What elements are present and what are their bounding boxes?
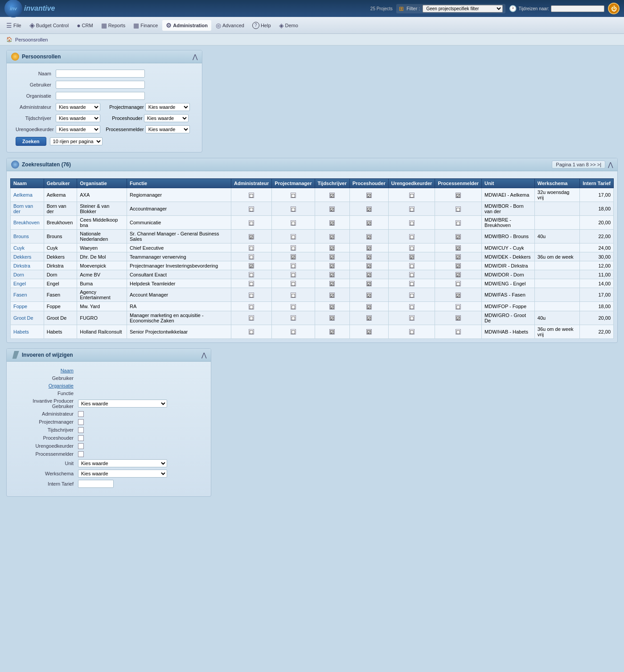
edit-pm-checkbox[interactable] xyxy=(78,419,84,425)
checkbox-cell[interactable]: ☐ xyxy=(409,220,415,226)
checkbox-cell[interactable]: ☐ xyxy=(409,263,415,268)
checkbox-cell[interactable]: ☐ xyxy=(409,315,415,321)
per-page-select[interactable]: 10 rijen per pagina 25 rijen per pagina … xyxy=(50,137,103,145)
checkbox-cell[interactable]: ☑ xyxy=(329,254,335,260)
edit-proc-checkbox[interactable] xyxy=(78,435,84,441)
power-button[interactable]: ⏻ xyxy=(608,3,620,14)
procm-select[interactable]: Kies waarde xyxy=(145,125,190,133)
edit-admin-checkbox[interactable] xyxy=(78,411,84,417)
checkbox-cell[interactable]: ☐ xyxy=(249,272,254,277)
checkbox-cell[interactable]: ☐ xyxy=(291,293,296,298)
checkbox-cell[interactable]: ☑ xyxy=(249,263,254,268)
tijd-select[interactable]: Kies waarde xyxy=(56,114,100,122)
naam-link[interactable]: Fasen xyxy=(13,292,27,297)
checkbox-cell[interactable]: ☐ xyxy=(291,193,296,198)
checkbox-cell[interactable]: ☐ xyxy=(249,245,254,251)
checkbox-cell[interactable]: ☑ xyxy=(366,234,372,239)
naam-link[interactable]: Foppe xyxy=(13,304,27,309)
checkbox-cell[interactable]: ☐ xyxy=(249,220,254,226)
checkbox-cell[interactable]: ☐ xyxy=(409,245,415,251)
nav-item-help[interactable]: ? Help xyxy=(249,20,275,31)
nav-item-reports[interactable]: ▦ Reports xyxy=(98,20,129,31)
checkbox-cell[interactable]: ☐ xyxy=(291,263,296,268)
edit-schema-select[interactable]: Kies waarde xyxy=(78,470,167,478)
checkbox-cell[interactable]: ☐ xyxy=(291,281,296,286)
checkbox-cell[interactable]: ☐ xyxy=(249,304,254,309)
naam-link[interactable]: Aelkema xyxy=(13,192,33,198)
checkbox-cell[interactable]: ☐ xyxy=(291,245,296,251)
nav-item-advanced[interactable]: ◎ Advanced xyxy=(212,20,248,31)
checkbox-cell[interactable]: ☐ xyxy=(409,193,415,198)
tijdreizen-input[interactable] xyxy=(551,5,604,12)
checkbox-cell[interactable]: ☐ xyxy=(249,254,254,260)
checkbox-cell[interactable]: ☐ xyxy=(249,293,254,298)
naam-link[interactable]: Groot De xyxy=(13,315,33,321)
checkbox-cell[interactable]: ☐ xyxy=(291,220,296,226)
checkbox-cell[interactable]: ☐ xyxy=(249,315,254,321)
checkbox-cell[interactable]: ☐ xyxy=(291,315,296,321)
checkbox-cell[interactable]: ☑ xyxy=(456,245,461,251)
checkbox-cell[interactable]: ☐ xyxy=(409,293,415,298)
naam-link[interactable]: Dorn xyxy=(13,272,24,277)
checkbox-cell[interactable]: ☑ xyxy=(329,220,335,226)
nav-item-budget-control[interactable]: ◈ Budget Control xyxy=(26,19,72,31)
checkbox-cell[interactable]: ☑ xyxy=(456,293,461,298)
checkbox-cell[interactable]: ☑ xyxy=(366,304,372,309)
checkbox-cell[interactable]: ☑ xyxy=(456,272,461,277)
checkbox-cell[interactable]: ☐ xyxy=(291,329,296,334)
nav-item-administration[interactable]: ⚙ Administration xyxy=(162,20,211,31)
edit-procm-checkbox[interactable] xyxy=(78,451,84,457)
naam-link[interactable]: Cuyk xyxy=(13,245,25,251)
nav-item-file[interactable]: ☰ File xyxy=(3,20,25,31)
checkbox-cell[interactable]: ☐ xyxy=(249,193,254,198)
nav-item-demo[interactable]: ◈ Demo xyxy=(275,20,302,31)
edit-tijd-checkbox[interactable] xyxy=(78,427,84,433)
checkbox-cell[interactable]: ☑ xyxy=(329,193,335,198)
checkbox-cell[interactable]: ☑ xyxy=(329,272,335,277)
checkbox-cell[interactable]: ☑ xyxy=(329,245,335,251)
checkbox-cell[interactable]: ☐ xyxy=(249,329,254,334)
checkbox-cell[interactable]: ☑ xyxy=(456,254,461,260)
checkbox-cell[interactable]: ☑ xyxy=(249,234,254,239)
uren-select[interactable]: Kies waarde xyxy=(56,125,100,133)
checkbox-cell[interactable]: ☐ xyxy=(291,304,296,309)
nav-item-crm[interactable]: ● CRM xyxy=(73,20,97,31)
naam-link[interactable]: Engel xyxy=(13,281,26,286)
collapse-results-button[interactable]: ⋀ xyxy=(608,161,613,168)
checkbox-cell[interactable]: ☑ xyxy=(329,263,335,268)
collapse-edit-button[interactable]: ⋀ xyxy=(201,351,206,359)
edit-naam-link[interactable]: Naam xyxy=(61,368,74,373)
search-button[interactable]: Zoeken xyxy=(16,137,46,146)
naam-link[interactable]: Dekkers xyxy=(13,254,31,260)
checkbox-cell[interactable]: ☑ xyxy=(329,293,335,298)
checkbox-cell[interactable]: ☐ xyxy=(409,234,415,239)
checkbox-cell[interactable]: ☑ xyxy=(366,281,372,286)
checkbox-cell[interactable]: ☑ xyxy=(329,304,335,309)
pm-select[interactable]: Kies waarde xyxy=(145,103,190,111)
checkbox-cell[interactable]: ☑ xyxy=(291,254,296,260)
checkbox-cell[interactable]: ☐ xyxy=(409,281,415,286)
edit-unit-select[interactable]: Kies waarde xyxy=(78,459,167,467)
checkbox-cell[interactable]: ☐ xyxy=(456,329,461,334)
edit-invantive-select[interactable]: Kies waarde xyxy=(78,400,167,408)
checkbox-cell[interactable]: ☑ xyxy=(366,254,372,260)
filter-select[interactable]: Geen projectspecifiek filter xyxy=(423,5,503,12)
checkbox-cell[interactable]: ☐ xyxy=(409,304,415,309)
checkbox-cell[interactable]: ☐ xyxy=(291,206,296,212)
checkbox-cell[interactable]: ☑ xyxy=(329,281,335,286)
checkbox-cell[interactable]: ☑ xyxy=(329,206,335,212)
checkbox-cell[interactable]: ☑ xyxy=(366,315,372,321)
checkbox-cell[interactable]: ☐ xyxy=(456,304,461,309)
naam-link[interactable]: Born van der xyxy=(13,203,33,214)
checkbox-cell[interactable]: ☐ xyxy=(249,281,254,286)
naam-link[interactable]: Dirkstra xyxy=(13,263,30,268)
naam-input[interactable] xyxy=(56,70,145,78)
collapse-search-button[interactable]: ⋀ xyxy=(193,53,197,60)
naam-link[interactable]: Breukhoven xyxy=(13,220,40,225)
checkbox-cell[interactable]: ☑ xyxy=(329,315,335,321)
checkbox-cell[interactable]: ☑ xyxy=(456,234,461,239)
naam-link[interactable]: Habets xyxy=(13,329,29,334)
checkbox-cell[interactable]: ☐ xyxy=(291,234,296,239)
proc-select[interactable]: Kies waarde xyxy=(144,114,189,122)
naam-link[interactable]: Brouns xyxy=(13,234,29,239)
